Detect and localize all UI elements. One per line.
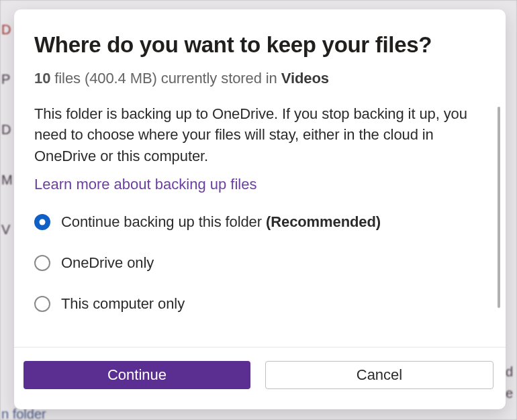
folder-name: Videos	[281, 70, 329, 87]
continue-button[interactable]: Continue	[23, 361, 250, 389]
dialog-footer: Continue Cancel	[14, 347, 506, 409]
option-onedrive-only-label: OneDrive only	[61, 254, 154, 272]
learn-more-link[interactable]: Learn more about backing up files	[34, 176, 256, 193]
backup-choice-dialog: Where do you want to keep your files? 10…	[14, 9, 506, 409]
backdrop-letter: d	[506, 364, 513, 380]
option-continue-backup-label: Continue backing up this folder (Recomme…	[61, 213, 381, 231]
backdrop-letter: D	[1, 122, 11, 138]
dialog-body: Where do you want to keep your files? 10…	[14, 9, 506, 347]
backdrop-letter: V	[1, 222, 10, 238]
radio-unselected-icon	[34, 296, 50, 312]
option-computer-only[interactable]: This computer only	[34, 295, 485, 313]
option-label-text: Continue backing up this folder	[61, 213, 262, 230]
radio-unselected-icon	[34, 255, 50, 271]
cancel-button[interactable]: Cancel	[265, 361, 493, 389]
scrollbar[interactable]	[498, 107, 500, 308]
backdrop-letter: M	[1, 172, 13, 188]
dialog-description: This folder is backing up to OneDrive. I…	[34, 103, 485, 166]
option-onedrive-only[interactable]: OneDrive only	[34, 254, 485, 272]
option-computer-only-label: This computer only	[61, 295, 185, 313]
dialog-title: Where do you want to keep your files?	[34, 32, 485, 58]
file-summary: 10 files (400.4 MB) currently stored in …	[34, 70, 485, 87]
option-continue-backup[interactable]: Continue backing up this folder (Recomme…	[34, 213, 485, 231]
backdrop-letter: P	[1, 72, 10, 87]
file-count-word: files	[54, 70, 81, 87]
file-count: 10	[34, 70, 50, 87]
radio-selected-icon	[34, 214, 50, 230]
recommended-badge: (Recommended)	[266, 213, 381, 230]
stored-in-text: currently stored in	[161, 70, 277, 87]
backdrop-letter: e	[506, 386, 513, 401]
options-radio-group: Continue backing up this folder (Recomme…	[34, 213, 485, 313]
backdrop-letter: D	[1, 22, 11, 38]
file-size: (400.4 MB)	[85, 70, 157, 87]
